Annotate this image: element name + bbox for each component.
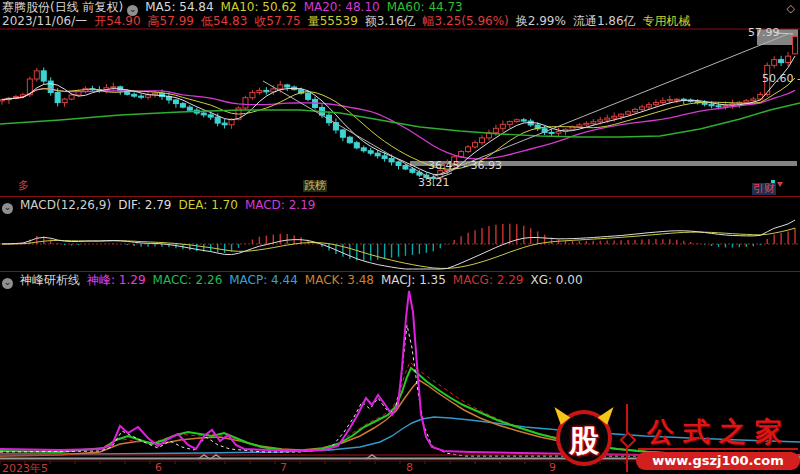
candle: [187, 107, 192, 110]
price-label: 57.99: [748, 26, 780, 39]
candle: [354, 143, 359, 148]
candle: [250, 92, 255, 97]
quote-field: 额3.16亿: [365, 14, 416, 28]
candle: [660, 101, 665, 103]
chart-tag[interactable]: 引财: [752, 183, 776, 195]
ma-value: MA60: 44.73: [387, 0, 463, 14]
candle: [403, 165, 408, 169]
quote-field: 量55539: [308, 14, 358, 28]
candle: [577, 125, 582, 127]
candle: [208, 115, 213, 117]
marker-diamond-icon[interactable]: ◇: [787, 2, 795, 15]
candle: [605, 118, 610, 120]
macd-value: MACD: 2.19: [245, 198, 316, 212]
chart-tag[interactable]: 多: [17, 180, 30, 192]
candle: [132, 94, 137, 96]
macd-collapse-chevron-icon[interactable]: ⌄: [2, 203, 13, 214]
ma-value: MA10: 50.62: [221, 0, 297, 14]
candle: [500, 124, 505, 128]
macd-value: DIF: 2.79: [118, 198, 171, 212]
quote-field: 专用机械: [643, 14, 691, 28]
ma-value: MA5: 54.84: [145, 0, 213, 14]
shenfeng-value: XG: 0.00: [530, 273, 582, 287]
candle: [793, 36, 798, 53]
shenfeng-value: 神峰研析线: [20, 273, 80, 287]
quote-field: 幅3.25(5.96%): [423, 14, 509, 28]
candle: [34, 71, 39, 79]
month-label: 6: [155, 461, 162, 474]
quote-info: 2023/11/06/一开54.90高57.99低54.83收57.75量555…: [2, 14, 698, 28]
candle: [347, 137, 352, 142]
candle: [410, 169, 415, 172]
ma-value: MA20: 48.10: [304, 0, 380, 14]
quote-field: 低54.83: [201, 14, 247, 28]
candle: [111, 87, 116, 88]
candle: [173, 100, 178, 104]
candle: [473, 143, 478, 147]
shenfeng-collapse-chevron-icon[interactable]: ⌄: [2, 278, 13, 289]
candle: [55, 92, 60, 102]
candle: [716, 106, 721, 107]
candle: [493, 128, 498, 132]
candle: [382, 156, 387, 159]
candle: [779, 60, 784, 63]
candle: [674, 99, 679, 100]
shenfeng-legend: 神峰研析线神峰: 1.29MACC: 2.26MACP: 4.44MACK: 3…: [20, 273, 590, 287]
candle: [466, 147, 471, 152]
candle: [396, 162, 401, 166]
watermark-divider: [626, 404, 628, 472]
candle: [222, 123, 227, 125]
quote-field: 换2.99%: [516, 14, 566, 28]
candle: [243, 98, 248, 108]
candle: [584, 123, 589, 125]
quote-field: 收57.75: [254, 14, 300, 28]
candle: [667, 100, 672, 101]
candle: [786, 56, 791, 62]
candle: [619, 114, 624, 116]
candle: [278, 85, 283, 89]
candle: [556, 131, 561, 133]
shenfeng-value: MACG: 2.29: [453, 273, 524, 287]
candle: [653, 103, 658, 105]
shenfeng-value: MACJ: 1.35: [381, 273, 446, 287]
candle: [285, 85, 290, 87]
shenfeng-value: MACP: 4.44: [229, 273, 298, 287]
candle: [264, 90, 269, 91]
watermark-rule: [638, 448, 798, 450]
sell-marker-icon: [777, 182, 783, 187]
watermark: 股 公式之家 www.gszj100.com: [552, 402, 798, 474]
candle: [709, 104, 714, 106]
candle: [368, 151, 373, 153]
quote-field: 2023/11/06/一: [2, 14, 87, 28]
candle: [633, 109, 638, 111]
macd-value: DEA: 1.70: [178, 198, 237, 212]
macd-value: MACD(12,26,9): [20, 198, 111, 212]
candle: [201, 113, 206, 115]
candle: [702, 103, 707, 105]
header-line2: 2023/11/06/一开54.90高57.99低54.83收57.75量555…: [2, 15, 705, 28]
candle: [640, 107, 645, 109]
candle: [591, 122, 596, 124]
macd-legend: MACD(12,26,9)DIF: 2.79DEA: 1.70MACD: 2.1…: [20, 198, 322, 212]
bull-logo-icon: 股: [556, 410, 612, 466]
candle: [549, 132, 554, 133]
candle: [257, 90, 262, 92]
candle: [340, 130, 345, 137]
shenfeng-value: 神峰: 1.29: [87, 273, 146, 287]
candle: [507, 122, 512, 125]
candle: [389, 159, 394, 162]
watermark-url: www.gszj100.com: [636, 452, 800, 470]
candle: [361, 148, 366, 151]
candle: [215, 117, 220, 123]
quote-field: 高57.99: [148, 14, 194, 28]
watermark-brand: 公式之家: [640, 414, 798, 450]
candle: [69, 95, 74, 99]
ma-legend: MA5: 54.84MA10: 50.62MA20: 48.10MA60: 44…: [145, 0, 470, 14]
shenfeng-header: ⌄神峰研析线神峰: 1.29MACC: 2.26MACP: 4.44MACK: …: [2, 274, 597, 289]
candle: [646, 105, 651, 107]
candle: [514, 120, 519, 122]
chart-tag[interactable]: 跌榜: [303, 180, 327, 192]
shenfeng-value: MACC: 2.26: [153, 273, 223, 287]
candle: [375, 153, 380, 156]
candle: [48, 81, 53, 92]
